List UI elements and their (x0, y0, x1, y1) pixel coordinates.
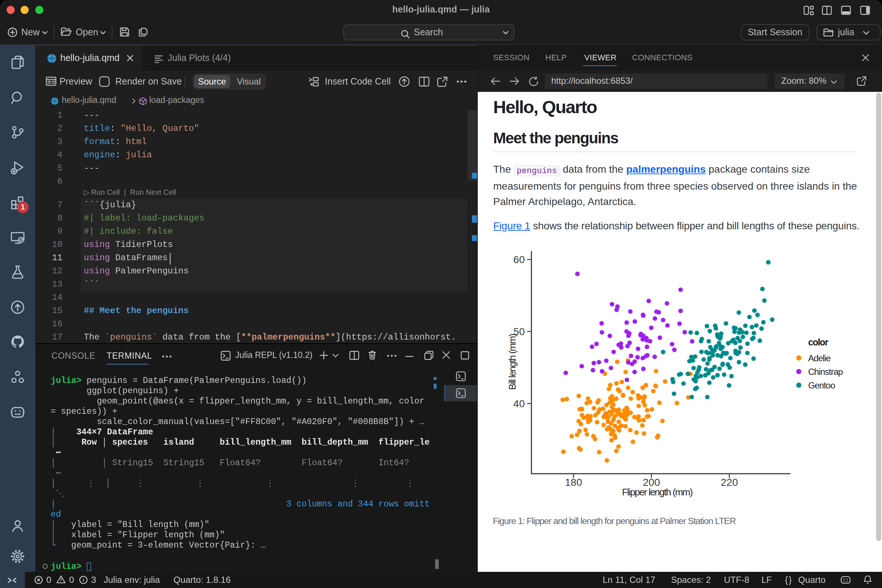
svg-text:Adelie: Adelie (808, 353, 831, 363)
svg-text:Flipper length (mm): Flipper length (mm) (622, 487, 692, 498)
svg-text:220: 220 (721, 477, 738, 488)
svg-text:color: color (808, 337, 828, 347)
svg-text:60: 60 (513, 254, 525, 266)
svg-text:180: 180 (565, 477, 582, 488)
svg-text:Gentoo: Gentoo (808, 380, 835, 390)
svg-text:40: 40 (513, 398, 525, 410)
svg-text:Bill length (mm): Bill length (mm) (507, 334, 518, 390)
svg-text:Chinstrap: Chinstrap (808, 367, 843, 376)
